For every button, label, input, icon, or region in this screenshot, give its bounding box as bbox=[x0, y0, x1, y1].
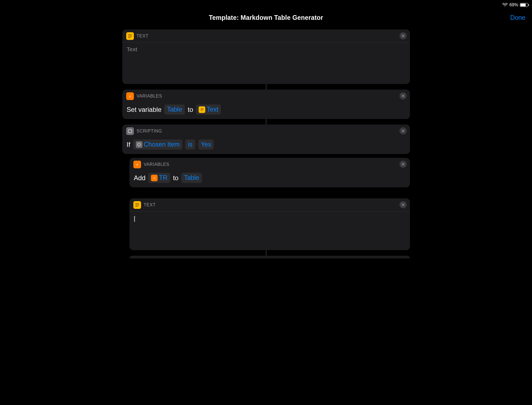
add-target-token[interactable]: Table bbox=[181, 173, 202, 183]
connector-line bbox=[266, 84, 266, 90]
card-category: VARIABLES bbox=[144, 162, 169, 167]
card-category: TEXT bbox=[144, 202, 156, 207]
text-icon bbox=[126, 32, 134, 40]
action-editor: TEXT Text x VARIABLES Set bbox=[0, 27, 532, 405]
action-body: Add x TR to Table bbox=[129, 171, 410, 187]
svg-text:x: x bbox=[136, 162, 138, 166]
close-icon[interactable] bbox=[399, 127, 407, 134]
svg-text:x: x bbox=[153, 176, 155, 179]
action-text-2[interactable]: TEXT | bbox=[129, 198, 410, 250]
action-if[interactable]: SCRIPTING If Chosen Item is Yes bbox=[122, 125, 410, 154]
card-category: SCRIPTING bbox=[137, 129, 162, 134]
close-icon[interactable] bbox=[399, 32, 407, 39]
if-keyword: If bbox=[127, 141, 130, 148]
page-title: Template: Markdown Table Generator bbox=[209, 14, 323, 21]
svg-text:x: x bbox=[129, 94, 131, 98]
action-body: If Chosen Item is Yes bbox=[122, 138, 410, 154]
close-icon[interactable] bbox=[399, 92, 407, 99]
action-text-1[interactable]: TEXT Text bbox=[122, 29, 410, 84]
card-category: VARIABLES bbox=[137, 94, 162, 99]
variable-icon: x bbox=[133, 161, 141, 168]
text-input[interactable]: | bbox=[129, 212, 410, 250]
add-value-token[interactable]: x TR bbox=[148, 173, 170, 183]
svg-line-18 bbox=[128, 133, 129, 133]
scripting-icon bbox=[126, 127, 134, 135]
action-word-to: to bbox=[188, 106, 193, 114]
card-header: TEXT bbox=[129, 198, 410, 212]
text-icon bbox=[199, 106, 205, 113]
close-icon[interactable] bbox=[399, 161, 407, 168]
action-add-to-variable[interactable]: x VARIABLES Add x TR to Table bbox=[129, 158, 410, 187]
action-next-partial[interactable] bbox=[129, 256, 410, 258]
text-icon bbox=[133, 201, 141, 209]
text-content: | bbox=[134, 215, 136, 222]
svg-line-16 bbox=[128, 129, 129, 130]
close-icon[interactable] bbox=[399, 201, 407, 208]
action-word-to: to bbox=[173, 174, 179, 182]
card-header: SCRIPTING bbox=[122, 125, 410, 138]
svg-line-19 bbox=[131, 129, 132, 130]
card-category: TEXT bbox=[137, 34, 148, 39]
card-header: TEXT bbox=[122, 29, 410, 43]
action-set-variable[interactable]: x VARIABLES Set variable Table to Text bbox=[122, 90, 410, 119]
done-button[interactable]: Done bbox=[510, 14, 525, 21]
modal-header: Template: Markdown Table Generator Done bbox=[0, 0, 532, 27]
card-header: x VARIABLES bbox=[122, 90, 410, 103]
connector-line bbox=[266, 250, 266, 256]
variable-icon: x bbox=[151, 175, 158, 181]
scripting-icon bbox=[136, 141, 142, 148]
action-body: Set variable Table to Text bbox=[122, 103, 410, 119]
if-input-token[interactable]: Chosen Item bbox=[133, 139, 182, 150]
if-value-token[interactable]: Yes bbox=[198, 139, 214, 150]
connector-line bbox=[266, 119, 266, 125]
action-verb: Set variable bbox=[127, 106, 162, 114]
svg-line-17 bbox=[131, 133, 132, 133]
variable-value-token[interactable]: Text bbox=[196, 104, 221, 115]
placeholder-text: Text bbox=[127, 46, 137, 52]
svg-point-22 bbox=[138, 143, 141, 146]
action-verb: Add bbox=[134, 174, 146, 182]
if-condition-token[interactable]: is bbox=[185, 139, 195, 150]
variable-icon: x bbox=[126, 92, 134, 100]
text-input[interactable]: Text bbox=[122, 43, 410, 84]
variable-name-token[interactable]: Table bbox=[164, 104, 185, 115]
card-header: x VARIABLES bbox=[129, 158, 410, 171]
